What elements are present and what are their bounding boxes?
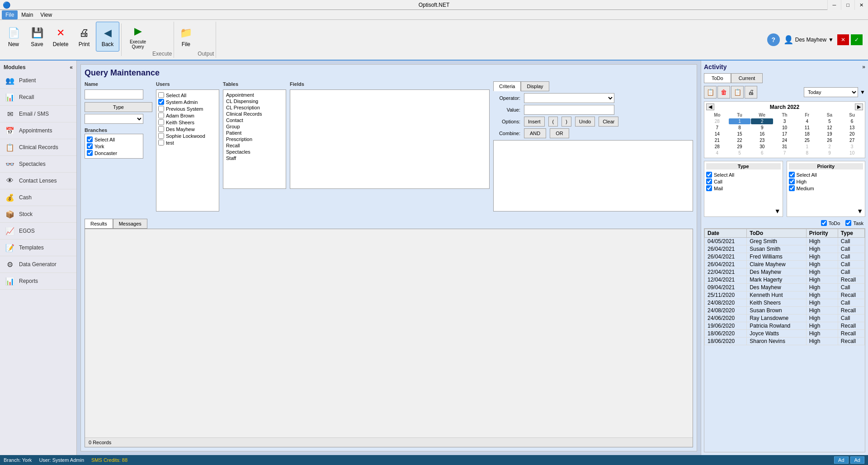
user-keith-sheers[interactable]: Keith Sheers [158, 119, 217, 126]
cal-cell-1-next[interactable]: 1 [796, 144, 818, 150]
sidebar-item-email-sms[interactable]: ✉ Email / SMS [0, 106, 76, 122]
activity-delete-button[interactable]: 🗑 [717, 86, 730, 99]
type-select-all-checkbox[interactable] [706, 172, 712, 178]
cal-cell-10-next[interactable]: 10 [841, 150, 863, 156]
activity-tab-current[interactable]: Current [731, 73, 763, 83]
cal-cell-31[interactable]: 31 [774, 144, 796, 150]
sidebar-item-reports[interactable]: 📊 Reports [0, 273, 76, 290]
cal-cell-28[interactable]: 28 [706, 144, 728, 150]
user-keith-sheers-checkbox[interactable] [158, 119, 164, 125]
table-patient[interactable]: Patient [225, 130, 284, 136]
table-row[interactable]: 12/04/2021Mark HagertyHighRecall [705, 276, 865, 284]
ribbon-back-button[interactable]: ◀ Back [96, 22, 119, 52]
cal-cell-19[interactable]: 19 [819, 131, 841, 137]
cal-cell-9-next[interactable]: 9 [819, 150, 841, 156]
user-des-mayhew-checkbox[interactable] [158, 126, 164, 132]
sidebar-item-data-generator[interactable]: ⚙ Data Generator [0, 256, 76, 273]
user-sophie-lockwood-checkbox[interactable] [158, 133, 164, 139]
table-contact[interactable]: Contact [225, 117, 284, 123]
type-button[interactable]: Type [85, 102, 152, 112]
cal-cell-25[interactable]: 25 [796, 137, 818, 143]
priority-medium-checkbox[interactable] [789, 185, 795, 191]
type-scroll-down-icon[interactable]: ▼ [774, 207, 781, 215]
undo-button[interactable]: Undo [575, 117, 595, 127]
cal-cell-17[interactable]: 17 [774, 131, 796, 137]
cal-cell-5-next[interactable]: 5 [729, 150, 751, 156]
table-prescription[interactable]: Prescription [225, 136, 284, 142]
user-test[interactable]: test [158, 139, 217, 146]
user-previous-system[interactable]: Previous System [158, 105, 217, 112]
sidebar-item-contact-lenses[interactable]: 👁 Contact Lenses [0, 173, 76, 189]
table-row[interactable]: 26/04/2021Fred WilliamsHighCall [705, 253, 865, 261]
clear-button[interactable]: Clear [599, 117, 618, 127]
ribbon-save-button[interactable]: 💾 Save [25, 22, 49, 52]
cal-cell-9[interactable]: 9 [751, 125, 773, 131]
status-ad-button-1[interactable]: Ad [834, 456, 848, 464]
cal-cell-2-next[interactable]: 2 [819, 144, 841, 150]
cal-cell-8-next[interactable]: 8 [796, 150, 818, 156]
cal-cell-11[interactable]: 11 [796, 125, 818, 131]
user-name[interactable]: Des Mayhew [795, 37, 826, 43]
branch-york[interactable]: York [87, 143, 141, 150]
minimize-button[interactable]: ─ [827, 0, 841, 10]
branch-select-all[interactable]: Select All [87, 136, 141, 143]
table-group[interactable]: Group [225, 123, 284, 130]
menu-view[interactable]: View [37, 10, 56, 19]
table-cl-prescription[interactable]: CL Prescription [225, 104, 284, 111]
table-recall[interactable]: Recall [225, 142, 284, 149]
todo-checkbox-item[interactable]: ToDo [821, 220, 840, 226]
todo-checkbox[interactable] [821, 220, 827, 226]
table-row[interactable]: 22/04/2021Des MayhewHighCall [705, 268, 865, 276]
table-row[interactable]: 26/04/2021Claire MayhewHighCall [705, 261, 865, 268]
cal-cell-14[interactable]: 14 [706, 131, 728, 137]
status-ad-button-2[interactable]: Ad [850, 456, 864, 464]
priority-high-checkbox[interactable] [789, 178, 795, 184]
cal-cell-1[interactable]: 1 [729, 118, 751, 124]
cal-cell-7[interactable]: 7 [706, 125, 728, 131]
user-select-all-checkbox[interactable] [158, 92, 164, 98]
cal-cell-15[interactable]: 15 [729, 131, 751, 137]
cal-cell-6-next[interactable]: 6 [751, 150, 773, 156]
table-row[interactable]: 24/06/2020Ray LansdowneHighCall [705, 315, 865, 322]
cal-cell-30[interactable]: 30 [751, 144, 773, 150]
messages-tab[interactable]: Messages [113, 219, 147, 229]
sidebar-item-patient[interactable]: 👥 Patient [0, 72, 76, 89]
cal-cell-8[interactable]: 8 [729, 125, 751, 131]
cal-cell-4-next[interactable]: 4 [706, 150, 728, 156]
ribbon-new-button[interactable]: 📄 New [2, 22, 25, 52]
cal-cell-4[interactable]: 4 [796, 118, 818, 124]
cal-prev-button[interactable]: ◀ [706, 103, 714, 110]
name-input[interactable] [85, 89, 143, 99]
close-button[interactable]: ✕ [854, 0, 868, 10]
priority-select-all[interactable]: Select All [789, 171, 863, 178]
user-system-admin[interactable]: System Admin [158, 99, 217, 105]
table-row[interactable]: 09/04/2021Des MayhewHighCall [705, 284, 865, 291]
activity-new-button[interactable]: 📋 [704, 86, 717, 99]
branch-york-checkbox[interactable] [87, 143, 93, 149]
branch-doncaster[interactable]: Doncaster [87, 150, 141, 156]
activity-expand-icon[interactable]: » [862, 64, 865, 70]
close-red-button[interactable]: ✕ [837, 34, 849, 45]
user-system-admin-checkbox[interactable] [158, 99, 164, 105]
table-cl-dispensing[interactable]: CL Dispensing [225, 98, 284, 104]
sidebar-item-cash[interactable]: 💰 Cash [0, 189, 76, 206]
priority-medium[interactable]: Medium [789, 185, 863, 192]
help-button[interactable]: ? [767, 33, 780, 46]
cal-cell-3[interactable]: 3 [774, 118, 796, 124]
type-mail-checkbox[interactable] [706, 185, 712, 191]
table-row[interactable]: 25/11/2020Kenneth HuntHighRecall [705, 291, 865, 299]
cal-cell-27[interactable]: 27 [841, 137, 863, 143]
table-row[interactable]: 26/04/2021Susan SmithHighCall [705, 245, 865, 253]
sidebar-item-egos[interactable]: 📈 EGOS [0, 223, 76, 240]
priority-select-all-checkbox[interactable] [789, 172, 795, 178]
sidebar-item-spectacles[interactable]: 👓 Spectacles [0, 156, 76, 173]
type-call-checkbox[interactable] [706, 178, 712, 184]
operator-select[interactable] [524, 93, 614, 103]
table-appointment[interactable]: Appointment [225, 92, 284, 98]
sidebar-item-stock[interactable]: 📦 Stock [0, 206, 76, 223]
sidebar-collapse-icon[interactable]: « [70, 64, 73, 70]
user-adam-brown[interactable]: Adam Brown [158, 112, 217, 119]
today-dropdown[interactable]: Today [804, 87, 858, 97]
cal-cell-23[interactable]: 23 [751, 137, 773, 143]
cal-cell-5[interactable]: 5 [819, 118, 841, 124]
